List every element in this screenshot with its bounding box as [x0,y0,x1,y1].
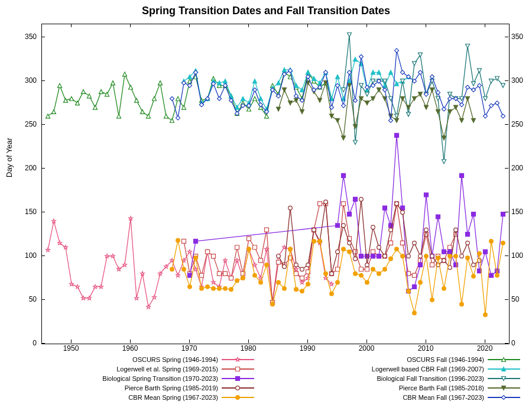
svg-point-10 [336,250,340,254]
legend-swatch [222,374,254,383]
legend-swatch [222,384,254,392]
x-tick-label: 2000 [355,344,378,352]
x-tick-label: 2010 [414,344,437,352]
svg-point-56 [294,287,299,292]
svg-point-1 [283,265,287,269]
legend-swatch [222,355,254,364]
svg-point-4 [300,267,304,271]
x-tick-label: 1990 [296,344,319,352]
svg-point-9 [330,271,334,276]
svg-point-22 [407,254,411,258]
svg-point-21 [401,211,405,215]
svg-point-87 [478,251,482,255]
legend-swatch [488,384,520,392]
svg-point-3 [294,263,299,267]
svg-point-79 [430,298,434,302]
legend-item: Pierce Barth Spring (1985-2019) [6,383,254,393]
legend-swatch [488,355,520,364]
svg-point-65 [348,250,352,254]
svg-point-51 [265,263,269,267]
legend-label: CBR Mean Spring (1967-2023) [128,394,218,401]
svg-point-43 [218,286,222,290]
svg-point-12 [348,241,352,245]
legend-column-fall: OSCURS Fall (1946-1994)Logerwell based C… [272,355,520,402]
svg-point-92 [236,386,240,390]
svg-point-78 [424,254,429,258]
svg-point-70 [377,271,381,276]
legend-label: Biological Fall Transition (1996-2023) [377,375,484,382]
y-tick-label: 150 [13,208,37,216]
svg-point-0 [277,254,281,258]
svg-point-82 [448,254,452,258]
svg-point-16 [371,225,375,229]
svg-point-69 [371,267,375,271]
legend-item: Biological Spring Transition (1970-2023) [6,374,254,383]
y-tick-label: 0 [13,339,37,347]
legend-label: Pierce Barth Fall (1985-2018) [399,384,484,392]
y-tick-label: 250 [13,120,37,128]
svg-point-8 [324,200,328,204]
svg-point-71 [383,267,387,271]
svg-point-35 [170,267,174,271]
legend-label: OSCURS Spring (1946-1994) [132,356,218,363]
svg-point-31 [460,254,464,258]
svg-point-80 [436,256,440,260]
svg-point-2 [288,206,293,210]
svg-point-44 [223,286,228,290]
legend-item: Biological Fall Transition (1996-2023) [272,374,520,383]
svg-point-42 [212,286,216,290]
y-tick-label-right: 50 [511,295,532,303]
y-tick-label-right: 100 [511,251,532,260]
svg-point-40 [200,286,204,290]
svg-point-88 [484,313,488,317]
svg-point-14 [359,198,364,202]
svg-point-84 [460,302,464,306]
svg-point-53 [277,280,281,284]
svg-point-36 [176,238,180,242]
svg-point-41 [206,285,210,289]
x-tick-label: 1960 [118,344,142,352]
svg-point-30 [454,228,458,232]
y-tick-label: 200 [13,164,37,172]
svg-point-45 [229,287,233,292]
svg-point-25 [424,228,429,232]
x-tick-label: 1950 [59,344,83,352]
chart-container: Spring Transition Dates and Fall Transit… [0,0,532,414]
y-tick-label-right: 0 [511,339,532,347]
svg-point-19 [389,228,393,232]
svg-point-63 [336,280,340,284]
svg-point-48 [247,247,251,251]
legend-item: CBR Mean Spring (1967-2023) [6,393,254,402]
svg-point-18 [383,254,387,258]
svg-point-67 [359,273,364,277]
chart-svg [42,24,509,344]
legend-label: Logerwell et al. Spring (1969-2015) [116,366,218,373]
y-tick-label: 100 [13,251,37,260]
legend-label: Biological Spring Transition (1970-2023) [102,375,218,382]
svg-point-38 [188,285,192,289]
chart-title: Spring Transition Dates and Fall Transit… [0,5,532,17]
series-line [278,199,479,274]
legend-item: Pierce Barth Fall (1985-2018) [272,383,520,393]
legend-swatch [222,393,254,402]
y-tick-label: 300 [13,76,37,85]
legend-item: OSCURS Spring (1946-1994) [6,355,254,364]
y-tick-label-right: 300 [511,76,532,85]
svg-point-11 [342,224,346,228]
y-tick-label-right: 350 [511,33,532,41]
series-line [48,218,332,306]
svg-point-73 [395,247,399,251]
svg-point-33 [472,263,476,267]
svg-point-29 [448,266,452,270]
y-tick-label-right: 150 [511,208,532,216]
legend-swatch [488,365,520,373]
svg-point-81 [442,286,446,290]
x-tick-label: 2020 [473,344,497,352]
svg-point-23 [413,241,417,245]
y-tick-label-right: 200 [511,164,532,172]
svg-point-5 [306,263,310,267]
svg-point-62 [330,292,334,296]
svg-point-24 [419,254,423,258]
svg-point-52 [271,302,275,306]
svg-point-58 [306,282,310,286]
